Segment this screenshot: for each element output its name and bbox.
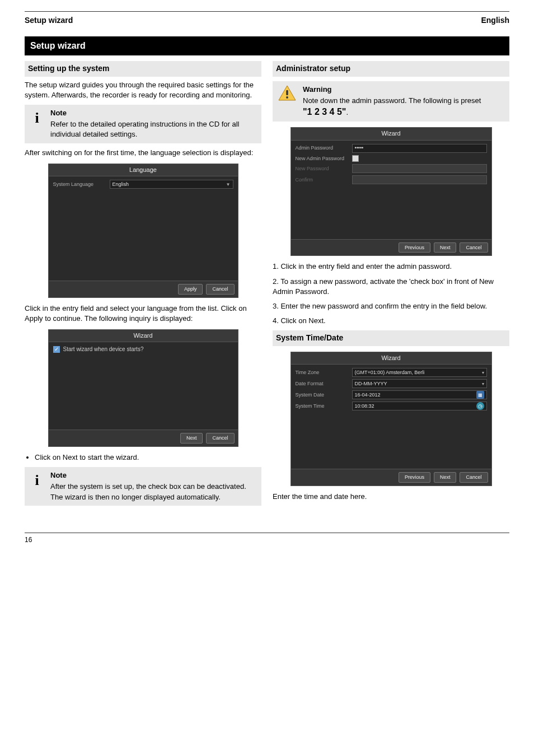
note-box-2: i Note After the system is set up, the c…: [25, 467, 261, 506]
start-wizard-label: Start wizard when device starts?: [63, 346, 144, 353]
system-time-field[interactable]: 10:08:32 ◷: [352, 402, 487, 410]
time-date-instruction: Enter the time and date here.: [273, 492, 509, 502]
note-heading: Note: [50, 470, 258, 480]
label-system-language: System Language: [53, 181, 106, 188]
dialog-title: Wizard: [291, 352, 491, 365]
calendar-icon[interactable]: ▦: [476, 391, 484, 399]
previous-button[interactable]: Previous: [399, 472, 430, 483]
label-system-time: System Time: [296, 403, 349, 410]
bullet-lang-instruction: Click in the entry field and select your…: [25, 304, 261, 324]
chevron-down-icon: ▾: [482, 381, 484, 387]
label-admin-password: Admin Password: [296, 144, 349, 152]
cancel-button[interactable]: Cancel: [460, 472, 488, 483]
subhead-admin-setup: Administrator setup: [273, 61, 509, 77]
new-password-field[interactable]: [352, 164, 487, 173]
next-button[interactable]: Next: [180, 433, 203, 444]
warning-icon: [276, 85, 298, 101]
date-format-dropdown[interactable]: DD-MM-YYYY ▾: [352, 379, 487, 388]
info-icon: i: [28, 108, 46, 128]
admin-step-1: 1. Click in the entry field and enter th…: [273, 262, 509, 272]
new-admin-password-checkbox[interactable]: [352, 155, 359, 162]
note-box-1: i Note Refer to the detailed operating i…: [25, 105, 261, 143]
dialog-title: Wizard: [49, 330, 238, 342]
info-icon: i: [28, 470, 46, 491]
para-after-note: After switching on for the first time, t…: [25, 148, 261, 158]
page-number: 16: [25, 535, 32, 545]
admin-step-2: 2. To assign a new password, activate th…: [273, 277, 509, 297]
dialog-title: Language: [49, 164, 238, 176]
warning-box: Warning Note down the admin password. Th…: [273, 81, 509, 122]
cancel-button[interactable]: Cancel: [460, 242, 488, 253]
section-title: Setup wizard: [25, 36, 509, 55]
note-heading: Note: [50, 108, 258, 118]
label-new-admin-password: New Admin Password: [296, 155, 349, 162]
cancel-button[interactable]: Cancel: [206, 433, 234, 444]
warning-body: Note down the admin password. The follow…: [303, 96, 481, 119]
next-button[interactable]: Next: [434, 242, 457, 253]
bullet-click-next: Click on Next to start the wizard.: [35, 452, 261, 463]
time-date-dialog: Wizard Time Zone (GMT+01:00) Amsterdam, …: [291, 352, 492, 486]
page-header-right: English: [481, 15, 509, 26]
next-button[interactable]: Next: [434, 472, 457, 483]
label-time-zone: Time Zone: [296, 369, 349, 376]
intro-paragraph: The setup wizard guides you through the …: [25, 80, 261, 100]
clock-icon[interactable]: ◷: [476, 402, 484, 410]
wizard-start-dialog: Wizard ✓ Start wizard when device starts…: [48, 329, 238, 447]
subhead-time-date: System Time/Date: [273, 330, 509, 346]
time-zone-dropdown[interactable]: (GMT+01:00) Amsterdam, Berli ▾: [352, 368, 487, 377]
note-body: After the system is set up, the check bo…: [50, 482, 258, 502]
page-header-left: Setup wizard: [25, 15, 73, 26]
admin-password-field[interactable]: •••••: [352, 144, 487, 153]
previous-button[interactable]: Previous: [399, 242, 430, 253]
label-confirm: Confirm: [296, 176, 349, 184]
default-password: "1 2 3 4 5": [303, 107, 346, 116]
language-dropdown[interactable]: English ▼: [110, 180, 233, 189]
svg-rect-1: [286, 90, 288, 95]
warning-heading: Warning: [303, 85, 481, 95]
confirm-password-field[interactable]: [352, 175, 487, 184]
chevron-down-icon: ▾: [482, 370, 484, 376]
admin-password-dialog: Wizard Admin Password ••••• New Admin Pa…: [291, 127, 492, 256]
language-value: English: [113, 181, 129, 188]
label-system-date: System Date: [296, 391, 349, 399]
svg-point-2: [286, 96, 288, 99]
dialog-title: Wizard: [291, 128, 491, 140]
cancel-button[interactable]: Cancel: [206, 284, 234, 295]
admin-step-3: 3. Enter the new password and confirm th…: [273, 301, 509, 311]
subhead-setup-system: Setting up the system: [25, 61, 261, 77]
label-date-format: Date Format: [296, 380, 349, 388]
label-new-password: New Password: [296, 165, 349, 172]
note-body: Refer to the detailed operating instruct…: [50, 119, 258, 139]
chevron-down-icon: ▼: [226, 181, 231, 188]
start-wizard-checkbox[interactable]: ✓: [53, 346, 60, 353]
admin-step-4: 4. Click on Next.: [273, 316, 509, 326]
apply-button[interactable]: Apply: [178, 284, 203, 295]
system-date-field[interactable]: 16-04-2012 ▦: [352, 390, 487, 399]
language-dialog: Language System Language English ▼ Apply…: [48, 164, 238, 298]
